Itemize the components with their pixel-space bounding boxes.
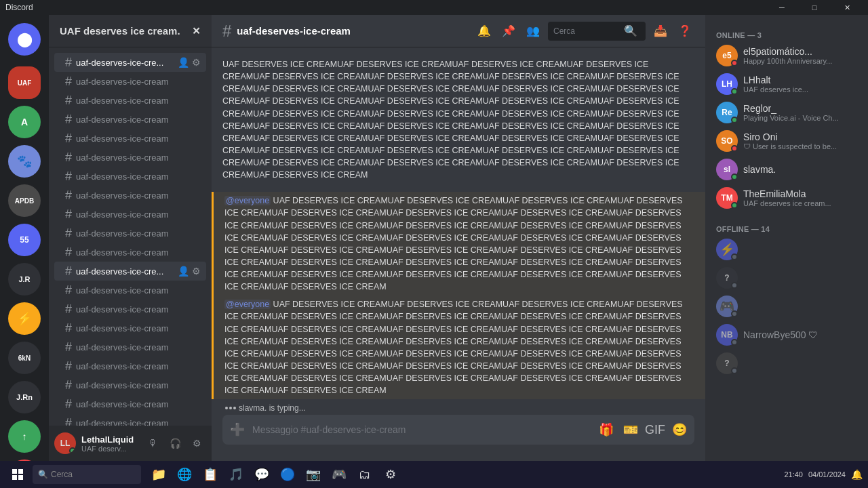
member-item-offline-1[interactable]: ⚡: [711, 236, 863, 263]
member-item-1[interactable]: e5 el5patiomático... Happy 100th Anniver…: [711, 42, 863, 69]
taskbar-app-2[interactable]: 🎵: [224, 462, 248, 487]
channel-item-17[interactable]: #uaf-deserves-ice-cream: [54, 394, 206, 413]
channel-item-7[interactable]: #uaf-deserves-ice-cream: [54, 186, 206, 205]
channel-item-16[interactable]: #uaf-deserves-ice-cream: [54, 375, 206, 394]
taskbar-app-edge[interactable]: 🌐: [172, 462, 197, 487]
emoji-button[interactable]: 😊: [670, 420, 689, 439]
member-name-2: LHhalt: [743, 75, 857, 85]
microphone-button[interactable]: 🎙: [144, 434, 163, 453]
taskbar-app-7[interactable]: 🗂: [353, 462, 377, 487]
headphones-button[interactable]: 🎧: [165, 434, 184, 453]
server-header[interactable]: UAF deserves ice cream. ✕: [49, 15, 212, 47]
channel-name: uaf-deserves-ice-cream: [76, 209, 169, 220]
settings-icon-2[interactable]: ⚙: [192, 266, 201, 277]
channel-item-11[interactable]: #uaf-deserves-ice-cream: [54, 281, 206, 300]
hash-icon: #: [65, 94, 72, 108]
channel-action-icons: 👤 ⚙: [178, 57, 201, 68]
message-input[interactable]: [252, 424, 591, 435]
member-item-6[interactable]: TM TheEmiliaMola UAF deserves ice cream.…: [711, 184, 863, 211]
search-taskbar[interactable]: 🔍 Cerca: [33, 465, 141, 484]
channel-item-3[interactable]: #uaf-deserves-ice-cream: [54, 110, 206, 129]
server-icon-apdb[interactable]: APDB: [8, 184, 41, 217]
channel-item-15[interactable]: #uaf-deserves-ice-cream: [54, 357, 206, 375]
server-icon-arrow[interactable]: ↑: [8, 420, 41, 453]
channel-item-9[interactable]: #uaf-deserves-ice-cream: [54, 224, 206, 243]
server-icon-lightning[interactable]: ⚡: [8, 302, 41, 335]
channel-item-10[interactable]: #uaf-deserves-ice-cream: [54, 243, 206, 262]
add-user-icon[interactable]: 👤: [178, 57, 189, 68]
settings-button[interactable]: ⚙: [187, 434, 206, 453]
minimize-button[interactable]: ─: [766, 0, 797, 15]
hash-icon: #: [65, 150, 72, 165]
add-attachment-button[interactable]: ➕: [228, 420, 247, 439]
channel-item-4[interactable]: #uaf-deserves-ice-cream: [54, 129, 206, 148]
channel-item-8[interactable]: #uaf-deserves-ice-cream: [54, 205, 206, 224]
discord-home-button[interactable]: ⬤: [8, 23, 41, 56]
taskbar-notification[interactable]: 🔔: [851, 469, 863, 480]
member-item-offline-3[interactable]: 🎮: [711, 293, 863, 320]
mention-everyone-2[interactable]: @everyone: [224, 300, 271, 309]
taskbar-app-3[interactable]: 💬: [250, 462, 274, 487]
sticker-button[interactable]: 🎫: [621, 420, 640, 439]
member-info-6: TheEmiliaMola UAF deserves ice cream...: [743, 188, 857, 207]
start-button[interactable]: [5, 462, 30, 487]
member-item-3[interactable]: Re Reglor_ Playing Voice.ai - Voice Ch..…: [711, 99, 863, 126]
taskbar-app-8[interactable]: ⚙: [378, 462, 403, 487]
channel-name: uaf-deserves-ice-cream: [76, 96, 169, 106]
chat-search-input[interactable]: [553, 26, 621, 36]
settings-icon[interactable]: ⚙: [192, 57, 201, 68]
inbox-button[interactable]: 📥: [651, 22, 670, 41]
member-item-offline-5[interactable]: ?: [711, 350, 863, 377]
gif-button[interactable]: GIF: [646, 420, 665, 439]
member-item-offline-2[interactable]: ?: [711, 264, 863, 291]
member-avatar-offline-5: ?: [716, 352, 738, 374]
channel-item-active-2[interactable]: # uaf-deserves-ice-cre... 👤 ⚙: [54, 262, 206, 281]
hash-icon: #: [65, 169, 72, 184]
taskbar-app-5[interactable]: 📷: [301, 462, 326, 487]
gift-button[interactable]: 🎁: [597, 420, 616, 439]
member-item-offline-4[interactable]: NB NarrowBye500 🛡: [711, 321, 863, 348]
member-sub-4: 🛡 User is suspected to be...: [743, 142, 857, 150]
channel-item-2[interactable]: #uaf-deserves-ice-cream: [54, 91, 206, 110]
channel-item-active[interactable]: # uaf-deserves-ice-cre... 👤 ⚙: [54, 53, 206, 72]
mention-everyone[interactable]: @everyone: [224, 196, 271, 205]
hash-icon: #: [65, 75, 72, 89]
channel-name: uaf-deserves-ice-cre...: [76, 266, 163, 277]
close-button[interactable]: ✕: [831, 0, 863, 15]
member-name-5: slavma.: [743, 164, 857, 175]
taskbar-app-1[interactable]: 📋: [198, 462, 222, 487]
member-item-2[interactable]: LH LHhalt UAF deserves ice...: [711, 70, 863, 98]
hash-icon: #: [65, 264, 72, 279]
channel-item-18[interactable]: #uaf-deserves-ice-cream: [54, 413, 206, 426]
channel-item-6[interactable]: #uaf-deserves-ice-cream: [54, 167, 206, 186]
chat-search[interactable]: 🔍: [548, 22, 646, 41]
server-icon-a[interactable]: A: [8, 106, 41, 138]
channel-item-12[interactable]: #uaf-deserves-ice-cream: [54, 300, 206, 319]
member-item-4[interactable]: SO Siro Oni 🛡 User is suspected to be...: [711, 127, 863, 155]
member-item-5[interactable]: sl slavma.: [711, 156, 863, 183]
server-icon-6k[interactable]: 6kN: [8, 342, 41, 374]
channel-item-14[interactable]: #uaf-deserves-ice-cream: [54, 338, 206, 357]
add-user-icon-2[interactable]: 👤: [178, 266, 189, 277]
server-icon-uaf[interactable]: UAF: [8, 66, 41, 99]
taskbar-app-6[interactable]: 🎮: [327, 462, 351, 487]
member-avatar-1: e5: [716, 45, 738, 66]
notification-bell-button[interactable]: 🔔: [475, 22, 494, 41]
channel-item-5[interactable]: #uaf-deserves-ice-cream: [54, 148, 206, 167]
server-icon-jr1[interactable]: J.R: [8, 263, 41, 296]
svg-rect-2: [12, 475, 17, 480]
chat-area: # uaf-deserves-ice-cream 🔔 📌 👥 🔍 📥 ❓: [212, 15, 705, 461]
server-icon-55[interactable]: 55: [8, 224, 41, 256]
maximize-button[interactable]: □: [799, 0, 830, 15]
taskbar-app-4[interactable]: 🔵: [275, 462, 300, 487]
server-icon-paw[interactable]: 🐾: [8, 145, 41, 178]
member-avatar-offline-3: 🎮: [716, 296, 738, 317]
channel-item-13[interactable]: #uaf-deserves-ice-cream: [54, 319, 206, 338]
help-button[interactable]: ❓: [675, 22, 694, 41]
server-icon-jr2[interactable]: J.Rn: [8, 381, 41, 413]
pin-button[interactable]: 📌: [499, 22, 518, 41]
channel-item-1[interactable]: #uaf-deserves-ice-cream: [54, 72, 206, 91]
taskbar-app-file[interactable]: 📁: [146, 462, 171, 487]
member-status-dot: [731, 282, 738, 289]
members-list-button[interactable]: 👥: [524, 22, 542, 41]
